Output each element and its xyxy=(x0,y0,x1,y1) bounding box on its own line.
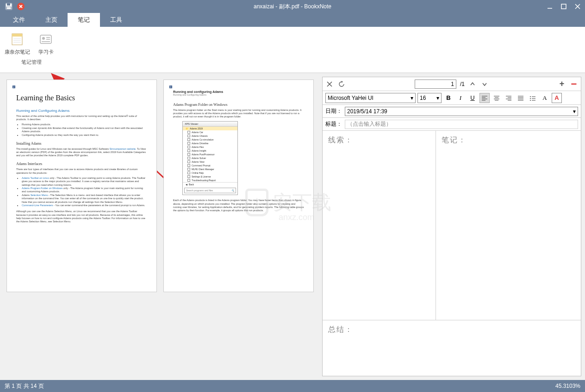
italic-button[interactable]: I xyxy=(455,93,466,103)
title-field[interactable]: （点击输入标题） xyxy=(345,120,578,129)
studycard-label: 学习卡 xyxy=(38,49,54,55)
maximize-button[interactable] xyxy=(559,2,568,11)
clue-heading: 线索： xyxy=(328,135,430,145)
menu-bar: 文件 主页 笔记 工具 xyxy=(0,13,585,27)
page1-title: Learning the Basics xyxy=(16,94,147,102)
notes-panel: /1 + − Microsoft YaHei UI▾ 16▾ B I U A A… xyxy=(322,77,581,376)
svg-point-38 xyxy=(530,100,531,101)
font-size-select[interactable]: 16▾ xyxy=(417,93,442,103)
align-justify-button[interactable] xyxy=(516,93,526,103)
svg-rect-2 xyxy=(7,3,10,6)
remove-icon[interactable]: − xyxy=(570,80,578,88)
note-date-row: 日期： 2019/5/14 17:39▾ xyxy=(323,105,581,118)
ribbon-group-label: 笔记管理 xyxy=(4,59,59,66)
svg-point-34 xyxy=(530,96,531,97)
menu-tools[interactable]: 工具 xyxy=(100,13,132,27)
cornell-body: 线索： 笔记： xyxy=(323,131,581,320)
summary-heading: 总结： xyxy=(328,325,575,335)
cornell-notes-button[interactable]: 康奈尔笔记 xyxy=(4,30,31,58)
font-color-button[interactable]: A xyxy=(540,93,550,103)
notepad-icon xyxy=(10,32,25,47)
document-area[interactable]: 2 Learning the Basics Running and Config… xyxy=(0,73,322,380)
notes-toolbar-format: Microsoft YaHei UI▾ 16▾ B I U A A xyxy=(323,91,581,105)
page-up-icon[interactable] xyxy=(468,80,477,88)
svg-rect-8 xyxy=(12,34,22,37)
notes-toolbar-nav: /1 + − xyxy=(323,77,581,91)
clue-column[interactable]: 线索： xyxy=(323,131,436,320)
date-field[interactable]: 2019/5/14 17:39▾ xyxy=(345,107,578,116)
align-left-button[interactable] xyxy=(479,93,490,103)
close-button[interactable] xyxy=(573,2,582,11)
note-column[interactable]: 笔记： xyxy=(436,131,581,320)
svg-rect-3 xyxy=(6,7,11,9)
minimize-button[interactable] xyxy=(545,2,554,11)
ribbon-group-notes: 康奈尔笔记 学习卡 笔记管理 xyxy=(2,29,61,71)
underline-button[interactable]: U xyxy=(467,93,478,103)
workspace: 2 Learning the Basics Running and Config… xyxy=(0,73,585,380)
start-menu-screenshot: XPS Viewer 📁Adams 2019 Adams CarAdams Ch… xyxy=(182,121,238,195)
close-doc-icon[interactable] xyxy=(17,2,25,11)
svg-rect-6 xyxy=(561,4,566,9)
date-label: 日期： xyxy=(325,107,342,115)
doc-page-1: 2 Learning the Basics Running and Config… xyxy=(6,80,157,292)
window-title: anxaizai - 副本.pdf - BookxNote xyxy=(0,3,585,11)
refresh-icon[interactable] xyxy=(337,80,346,88)
page1-h2a: Running and Configuring Adams xyxy=(16,109,147,113)
menu-notes[interactable]: 笔记 xyxy=(68,13,100,27)
highlight-button[interactable]: A xyxy=(552,93,562,103)
title-label: 标题： xyxy=(325,120,342,128)
note-title-row: 标题： （点击输入标题） xyxy=(323,118,581,131)
status-zoom: 45.3103% xyxy=(555,383,580,389)
ribbon: 康奈尔笔记 学习卡 笔记管理 xyxy=(0,27,585,73)
panel-close-icon[interactable] xyxy=(325,80,334,88)
study-card-button[interactable]: 学习卡 xyxy=(32,30,59,58)
menu-home[interactable]: 主页 xyxy=(35,13,68,27)
align-right-button[interactable] xyxy=(504,93,514,103)
summary-area[interactable]: 总结： xyxy=(323,320,581,376)
svg-point-36 xyxy=(530,98,531,99)
menu-file[interactable]: 文件 xyxy=(3,13,35,27)
font-family-select[interactable]: Microsoft YaHei UI▾ xyxy=(325,93,416,103)
add-icon[interactable]: + xyxy=(558,80,566,88)
doc-page-2: 3 Running and configuring Adams Running … xyxy=(163,80,314,292)
title-bar: anxaizai - 副本.pdf - BookxNote xyxy=(0,0,585,13)
bold-button[interactable]: B xyxy=(443,93,454,103)
align-center-button[interactable] xyxy=(492,93,502,103)
list-button[interactable] xyxy=(528,93,538,103)
note-page-input[interactable] xyxy=(415,80,456,89)
page-down-icon[interactable] xyxy=(480,80,489,88)
save-icon[interactable] xyxy=(5,2,13,11)
status-bar: 第 1 页 共 14 页 45.3103% xyxy=(0,380,585,392)
svg-point-13 xyxy=(42,37,45,40)
status-page: 第 1 页 共 14 页 xyxy=(5,382,44,390)
cornell-label: 康奈尔笔记 xyxy=(5,49,30,55)
note-heading: 笔记： xyxy=(442,135,575,145)
card-icon xyxy=(38,32,53,47)
note-page-total: /1 xyxy=(460,81,465,87)
